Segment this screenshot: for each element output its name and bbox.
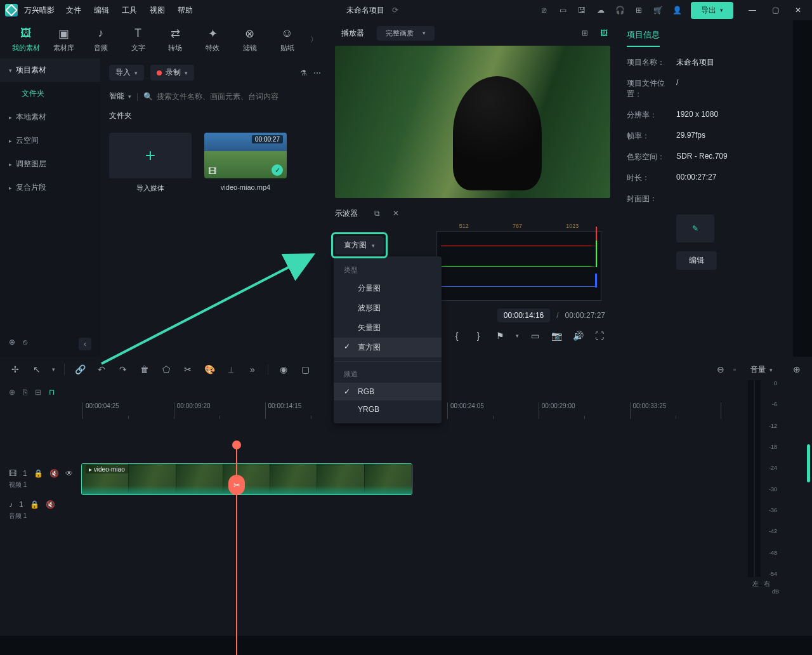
mute-icon[interactable]: 🔇: [49, 469, 59, 478]
sidebar-compound[interactable]: ▸ 复合片段: [0, 176, 100, 199]
scope-option-waveform[interactable]: 波形图: [334, 298, 442, 318]
video-clip[interactable]: video-miao: [81, 463, 412, 495]
monitor-icon[interactable]: ▭: [558, 5, 568, 15]
sidebar-folder[interactable]: 文件夹: [0, 82, 100, 105]
scope-option-histogram[interactable]: 直方图: [334, 338, 442, 357]
tab-text[interactable]: T 文字: [122, 22, 154, 57]
lock-icon[interactable]: 🔒: [34, 469, 43, 478]
magnet-icon[interactable]: ⊓: [49, 388, 55, 397]
add-track-icon[interactable]: ⊕: [9, 388, 15, 397]
fullscreen-icon[interactable]: ⛶: [594, 330, 605, 341]
filter-icon[interactable]: ⚗: [300, 69, 307, 77]
tabs-scroll-right[interactable]: 〉: [308, 34, 320, 45]
headphone-icon[interactable]: 🎧: [615, 5, 625, 15]
grid-view-icon[interactable]: ⊞: [579, 27, 591, 39]
menu-tools[interactable]: 工具: [122, 5, 137, 16]
search-input[interactable]: [157, 92, 321, 101]
brace-close-icon[interactable]: }: [473, 330, 484, 341]
track-opt-icon[interactable]: ⊟: [35, 388, 41, 397]
close-scope-icon[interactable]: ✕: [390, 207, 402, 220]
display-icon[interactable]: ▭: [529, 330, 540, 341]
tab-stock[interactable]: ▣ 素材库: [48, 22, 80, 57]
sync-icon[interactable]: ⟳: [392, 6, 398, 15]
menu-file[interactable]: 文件: [66, 5, 81, 16]
import-media-tile[interactable]: + 导入媒体: [109, 133, 192, 193]
zoom-in-icon[interactable]: ⊕: [790, 363, 803, 376]
scissors-icon[interactable]: ✂: [228, 475, 245, 495]
sidebar-project-assets[interactable]: ▾ 项目素材: [0, 58, 100, 82]
record-dropdown[interactable]: 录制 ▾: [150, 65, 194, 81]
scrollbar-thumb[interactable]: [807, 444, 810, 482]
timeline-ruler[interactable]: 00:00:04:25 00:00:09:20 00:00:14:15 00:0…: [82, 402, 812, 419]
more-icon[interactable]: ⋯: [313, 69, 321, 77]
popout-icon[interactable]: ⧉: [370, 207, 383, 220]
tab-transition[interactable]: ⇄ 转场: [159, 22, 192, 57]
aim-icon[interactable]: ◉: [277, 363, 290, 376]
preview-viewport[interactable]: [335, 46, 610, 198]
redo-icon[interactable]: ↷: [117, 363, 129, 376]
menu-view[interactable]: 视图: [150, 5, 165, 16]
image-view-icon[interactable]: 🖼: [598, 27, 610, 39]
scope-option-vectorscope[interactable]: 矢量图: [334, 318, 442, 338]
tab-effects[interactable]: ✦ 特效: [197, 22, 229, 57]
cut-icon[interactable]: ✂: [181, 363, 194, 376]
user-icon[interactable]: 👤: [672, 5, 682, 15]
folder-out-icon[interactable]: ⎋: [23, 338, 27, 350]
box-icon[interactable]: ▢: [299, 363, 311, 376]
cover-image-button[interactable]: ✎: [676, 215, 714, 242]
tab-filters[interactable]: ⊗ 滤镜: [233, 22, 266, 57]
link-track-icon[interactable]: ⎘: [23, 388, 27, 397]
close-button[interactable]: ✕: [789, 3, 807, 18]
import-dropdown[interactable]: 导入 ▾: [109, 65, 144, 81]
crop-icon[interactable]: ⟂: [225, 363, 237, 376]
collapse-sidebar-button[interactable]: ‹: [79, 338, 91, 350]
delete-icon[interactable]: 🗑: [138, 363, 151, 376]
tab-my-media[interactable]: 🖼 我的素材: [10, 22, 43, 57]
tab-stickers[interactable]: ☺ 贴纸: [271, 22, 303, 57]
target-icon[interactable]: ✢: [9, 363, 22, 376]
smart-dropdown[interactable]: 智能 ▾: [109, 91, 131, 102]
zoom-out-icon[interactable]: ⊖: [714, 363, 727, 376]
tag-icon[interactable]: ⬠: [160, 363, 173, 376]
channel-option-yrgb[interactable]: YRGB: [334, 400, 442, 418]
timeline-tracks: ✂ 🎞1 🔒 🔇 👁 视频 1 video-miao: [0, 462, 812, 655]
export-button[interactable]: 导出 ▾: [691, 2, 733, 19]
snapshot-icon[interactable]: 📷: [551, 330, 562, 341]
quality-dropdown[interactable]: 完整画质 ▾: [377, 26, 435, 41]
cursor-icon[interactable]: ↖: [30, 363, 43, 376]
chevron-down-icon[interactable]: ▾: [52, 366, 55, 373]
marker-icon[interactable]: ⚑: [494, 330, 506, 341]
palette-icon[interactable]: 🎨: [203, 363, 216, 376]
sidebar-adjustment[interactable]: ▸ 调整图层: [0, 152, 100, 176]
undo-icon[interactable]: ↶: [95, 363, 108, 376]
more-icon[interactable]: »: [246, 363, 259, 376]
playhead[interactable]: ✂: [236, 446, 237, 655]
edit-button[interactable]: 编辑: [676, 251, 717, 270]
new-folder-icon[interactable]: ⊕: [9, 338, 15, 350]
save-icon[interactable]: 🖫: [577, 5, 587, 15]
sidebar-local[interactable]: ▸ 本地素材: [0, 105, 100, 129]
apps-icon[interactable]: ⊞: [634, 5, 644, 15]
chevron-down-icon[interactable]: ▾: [769, 367, 773, 373]
lock-icon[interactable]: 🔒: [30, 500, 39, 509]
scope-option-parade[interactable]: 分量图: [334, 279, 442, 298]
media-clip-tile[interactable]: 00:00:27 🎞 ✓ video-miao.mp4: [204, 133, 287, 193]
cloud-icon[interactable]: ☁: [596, 5, 606, 15]
chevron-down-icon[interactable]: ▾: [516, 333, 519, 339]
minimize-button[interactable]: —: [743, 3, 761, 18]
mute-icon[interactable]: 🔇: [46, 500, 55, 509]
eye-icon[interactable]: 👁: [65, 469, 73, 478]
tab-audio[interactable]: ♪ 音频: [84, 22, 117, 57]
sidebar-cloud[interactable]: ▸ 云空间: [0, 129, 100, 152]
maximize-button[interactable]: ▢: [766, 3, 784, 18]
current-time[interactable]: 00:00:14:16: [497, 308, 550, 322]
menu-edit[interactable]: 编辑: [94, 5, 109, 16]
histogram-dropdown[interactable]: 直方图 ▾: [335, 236, 384, 255]
menu-help[interactable]: 帮助: [178, 5, 193, 16]
channel-option-rgb[interactable]: RGB: [334, 383, 442, 400]
volume-icon[interactable]: 🔊: [572, 330, 584, 341]
link-icon[interactable]: 🔗: [74, 363, 86, 376]
brace-open-icon[interactable]: {: [451, 330, 462, 341]
device-icon[interactable]: ⎚: [539, 5, 549, 15]
cart-icon[interactable]: 🛒: [653, 5, 663, 15]
